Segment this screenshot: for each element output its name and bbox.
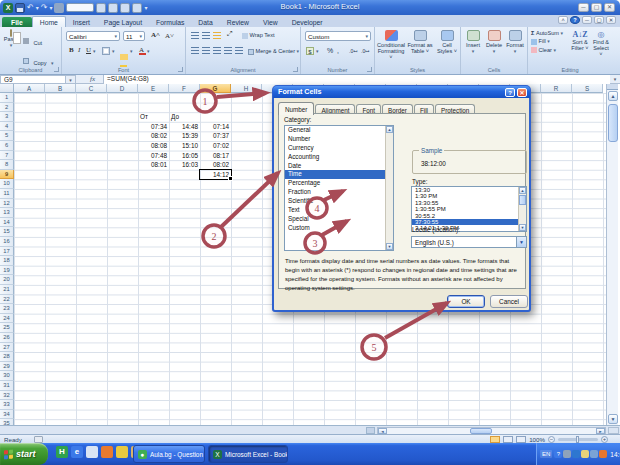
font-name-combo[interactable]: Calibri▾ [66,31,120,41]
custom-qat-icon[interactable] [54,3,64,13]
clear-button[interactable]: Clear ▾ [531,47,563,54]
qat-sheet-icon-3[interactable] [120,3,130,13]
grow-font-button[interactable]: A˄ [150,31,161,39]
qat-customize-caret-icon[interactable]: ▾ [144,4,147,11]
column-header-R[interactable]: R [541,84,572,93]
ribbon-tab-view[interactable]: View [256,17,285,27]
zoom-in-icon[interactable]: + [601,436,608,443]
category-item-percentage[interactable]: Percentage [285,179,393,188]
close-button[interactable]: ✕ [604,3,615,12]
type-scroll-down-icon[interactable]: ▼ [519,224,526,231]
row-header-27[interactable]: 27 [0,343,14,353]
undo-caret-icon[interactable]: ▾ [36,4,39,11]
ribbon-tab-home[interactable]: Home [32,16,66,27]
cell-F7[interactable]: 16:05 [169,151,200,161]
cancel-button[interactable]: Cancel [490,295,528,308]
minimize-button[interactable]: ─ [578,3,589,12]
workbook-close-icon[interactable]: ✕ [606,16,616,24]
ok-button[interactable]: OK [447,295,485,308]
cell-E7[interactable]: 07:48 [138,151,169,161]
ribbon-tab-insert[interactable]: Insert [66,17,97,27]
number-dialog-launcher[interactable] [367,67,372,72]
column-header-F[interactable]: F [169,84,200,93]
scroll-down-icon[interactable]: ▼ [608,414,618,424]
format-cells-button[interactable]: Format▾ [505,30,525,54]
folder-tray-icon[interactable] [581,450,589,458]
column-header-C[interactable]: C [76,84,107,93]
column-header-B[interactable]: B [45,84,76,93]
category-item-number[interactable]: Number [285,135,393,144]
workbook-restore-icon[interactable]: ▢ [594,16,604,24]
row-header-32[interactable]: 32 [0,391,14,401]
row-header-2[interactable]: 2 [0,103,14,113]
category-listbox[interactable]: GeneralNumberCurrencyAccountingDateTimeP… [284,125,394,251]
merge-center-button[interactable]: Merge & Center ▾ [248,48,299,55]
row-header-30[interactable]: 30 [0,371,14,381]
app-h-icon[interactable]: H [56,446,68,458]
column-header-A[interactable]: A [14,84,45,93]
excel-logo-icon[interactable]: X [3,3,13,13]
paste-button[interactable]: Paste▾ [2,30,20,48]
row-header-20[interactable]: 20 [0,275,14,285]
insert-cells-button[interactable]: Insert▾ [463,30,483,54]
category-item-date[interactable]: Date [285,162,393,171]
row-header-5[interactable]: 5 [0,131,14,141]
comma-style-icon[interactable]: , [337,47,339,54]
cell-G7[interactable]: 08:17 [200,151,231,161]
save-icon[interactable] [15,3,25,13]
row-header-34[interactable]: 34 [0,410,14,420]
cell-G4[interactable]: 07:14 [200,122,231,132]
network-icon[interactable] [590,450,598,458]
undo-icon[interactable]: ↶ [27,3,34,12]
cell-F5[interactable]: 15:39 [169,131,200,141]
selected-cell-outline[interactable] [199,169,232,181]
align-left-icon[interactable] [191,47,199,54]
cell-E6[interactable]: 08:08 [138,141,169,151]
cell-E8[interactable]: 08:01 [138,160,169,170]
zoom-slider[interactable] [558,438,598,441]
row-header-12[interactable]: 12 [0,199,14,209]
name-box[interactable]: G9 [0,75,66,84]
dialog-title-bar[interactable]: Format Cells [273,86,530,98]
row-header-25[interactable]: 25 [0,323,14,333]
font-dialog-launcher[interactable] [178,67,183,72]
increase-indent-icon[interactable] [235,47,243,54]
ribbon-tab-data[interactable]: Data [191,17,219,27]
font-size-combo[interactable]: 11▾ [123,31,145,41]
row-header-18[interactable]: 18 [0,256,14,266]
row-header-6[interactable]: 6 [0,141,14,151]
cell-G6[interactable]: 07:02 [200,141,231,151]
category-scrollbar[interactable]: ▲ ▼ [385,126,393,250]
zoom-level[interactable]: 100% [529,436,545,443]
align-center-icon[interactable] [202,47,210,54]
messenger-icon[interactable]: ? [554,450,562,458]
category-item-accounting[interactable]: Accounting [285,153,393,162]
category-scroll-down-icon[interactable]: ▼ [386,243,393,250]
decrease-indent-icon[interactable] [224,47,232,54]
clipboard-dialog-launcher[interactable] [54,67,59,72]
align-top-icon[interactable] [191,32,199,39]
dialog-close-icon[interactable]: ✕ [517,88,527,97]
accounting-format-icon[interactable]: $ ▾ [306,47,318,55]
italic-button[interactable]: I [77,46,81,54]
column-header-D[interactable]: D [107,84,138,93]
formula-input[interactable]: =SUM(G4:G8) [103,75,610,84]
copy-button[interactable]: Copy [33,60,46,66]
type-scroll-thumb[interactable] [519,195,526,205]
number-format-combo[interactable]: Custom▾ [305,31,371,41]
browser-icon[interactable]: e [71,446,83,458]
taskbar-window-1[interactable]: XMicrosoft Excel - Book1 [208,445,288,463]
borders-icon[interactable] [102,47,110,55]
firefox-icon[interactable] [101,446,113,458]
column-header-S[interactable]: S [572,84,603,93]
category-scroll-up-icon[interactable]: ▲ [386,126,393,133]
conditional-formatting-button[interactable]: Conditional Formatting ˅ [376,30,406,60]
dialog-help-icon[interactable]: ? [505,88,515,97]
row-header-3[interactable]: 3 [0,112,14,122]
category-item-scientific[interactable]: Scientific [285,197,393,206]
qat-sheet-icon-4[interactable] [132,3,142,13]
ribbon-tab-file[interactable]: File [2,17,32,27]
ribbon-tab-page-layout[interactable]: Page Layout [97,17,149,27]
delete-cells-button[interactable]: Delete▾ [484,30,504,54]
wrap-text-button[interactable]: Wrap Text [242,32,275,39]
